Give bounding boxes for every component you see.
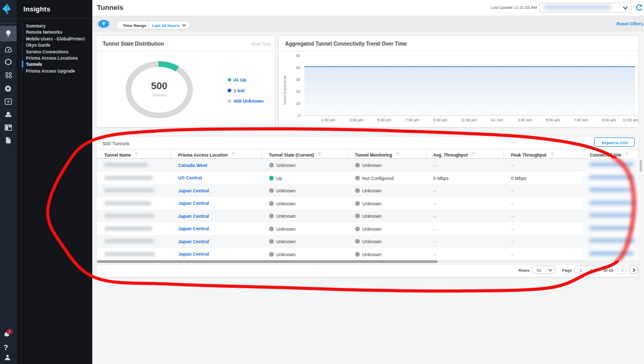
svg-text:40: 40 [296,65,300,70]
svg-text:2: 2 [9,330,11,333]
svg-text:9:00 pm: 9:00 pm [433,118,447,122]
svg-text:11:00 pm: 11:00 pm [461,118,477,122]
svg-text:30: 30 [296,77,300,82]
svg-text:14. Oct: 14. Oct [491,118,503,122]
svg-text:11:00 am: 11:00 am [623,118,639,122]
svg-text:3:00 am: 3:00 am [517,118,531,122]
svg-text:20: 20 [296,89,300,94]
svg-text:5:00 pm: 5:00 pm [377,118,391,122]
svg-text:7:00 am: 7:00 am [573,118,587,122]
svg-text:0: 0 [298,113,300,118]
svg-text:50: 50 [296,53,300,58]
svg-text:1:00 pm: 1:00 pm [321,118,335,122]
svg-text:3:00 pm: 3:00 pm [349,118,363,122]
svg-text:10: 10 [296,101,300,106]
svg-text:500: 500 [151,80,167,91]
svg-text:Tunnels: Tunnels [152,93,166,97]
svg-text:9:00 am: 9:00 am [601,118,615,122]
svg-text:5:00 am: 5:00 am [545,118,559,122]
svg-text:7:00 pm: 7:00 pm [405,118,419,122]
